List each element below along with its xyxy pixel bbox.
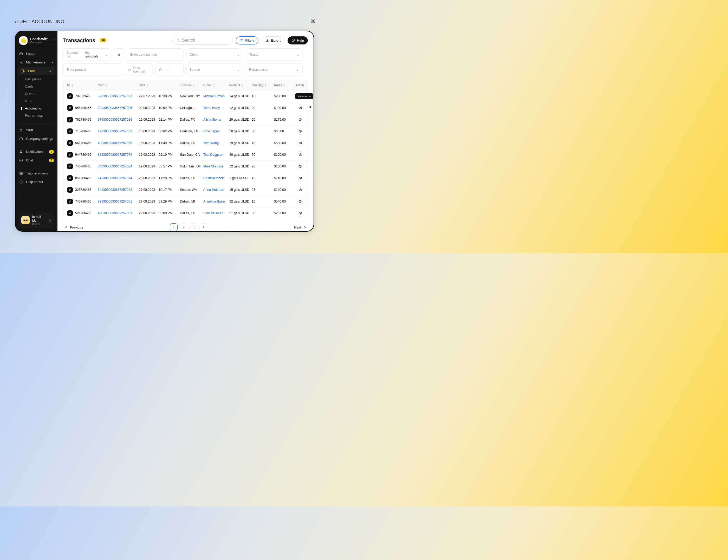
next-page-button[interactable]: Next <box>294 225 307 229</box>
source-select[interactable]: Source⌄ <box>186 63 243 76</box>
download-icon <box>117 53 121 56</box>
driver-link[interactable]: Tom Wang <box>203 141 219 145</box>
view-more-button[interactable] <box>297 116 304 123</box>
row-product: 30 gals ULSD <box>229 153 252 157</box>
box-icon <box>19 52 23 56</box>
card-link[interactable]: 8683050030667257074 <box>98 153 132 157</box>
subtotal-select[interactable]: Subtotal by: No subtotals ⌄ <box>63 48 111 61</box>
card-link[interactable]: 1483050030667257074 <box>98 176 132 180</box>
row-product: 15 gals ULSD <box>229 188 252 192</box>
help-button[interactable]: Help <box>288 36 308 44</box>
nav-tutorial-videos[interactable]: Tutorial videos <box>16 169 57 178</box>
download-button[interactable] <box>114 48 124 61</box>
subnav-cards[interactable]: Cards <box>16 83 57 90</box>
nav-stuff[interactable]: Stuff <box>16 126 57 134</box>
page-button[interactable]: 4 <box>199 223 207 231</box>
nav-company-settings[interactable]: Company settings <box>16 134 57 143</box>
sidebar-collapse-icon[interactable]: « <box>53 38 55 42</box>
driver-link[interactable]: Angelina Baker <box>203 200 225 203</box>
th-quantity[interactable]: Quantity▲▼ <box>252 83 274 87</box>
user-card[interactable]: 🕶️ Ismail M. Broker <box>19 212 54 228</box>
subnav-fuel-prices[interactable]: Fuel prices <box>16 76 57 83</box>
row-quantity: 40 <box>252 141 274 145</box>
placeholder-text: Rebates only <box>249 68 268 71</box>
card-link[interactable]: 4383050030667257059 <box>98 141 132 145</box>
export-button[interactable]: Export <box>262 36 285 44</box>
tractor-select[interactable]: Tractor⌄ <box>246 48 303 61</box>
nav-notification[interactable]: Notification 3 <box>16 147 57 156</box>
export-label: Export <box>271 38 281 42</box>
th-date[interactable]: Date▲▼ <box>139 83 180 87</box>
card-link[interactable]: 6483050030667257023 <box>98 188 132 192</box>
card-link[interactable]: 52830500306672570­53 <box>98 94 132 98</box>
svg-rect-0 <box>22 69 23 72</box>
row-id: 762780465 <box>75 118 92 121</box>
rebates-select[interactable]: Rebates only⌄ <box>246 63 303 76</box>
driver-link[interactable]: Sten Vaisman <box>203 211 223 215</box>
user-role: Broker <box>32 223 45 226</box>
driver-link[interactable]: Castella Yizek <box>203 176 224 180</box>
driver-link[interactable]: Teal Doggson <box>203 153 223 157</box>
page-button[interactable]: 1 <box>170 223 178 231</box>
product-input[interactable]: Enter product <box>63 63 122 76</box>
driver-link[interactable]: Alisia Sierra <box>203 118 221 121</box>
view-more-button[interactable] <box>297 140 304 146</box>
row-date: 02.08.2023 <box>139 106 155 110</box>
row-date: 16.08.2023 <box>139 153 155 157</box>
svg-point-16 <box>300 131 301 132</box>
view-more-button[interactable] <box>297 175 304 181</box>
card-number-input[interactable]: Enter card number <box>127 48 184 61</box>
view-more-button[interactable] <box>297 151 304 158</box>
nav-fuel[interactable]: Fuel ▲ <box>18 67 55 75</box>
hash-icon: # <box>67 128 73 134</box>
card-link[interactable]: 9783050030667257016 <box>98 118 132 121</box>
th-id[interactable]: ID▲▼ <box>67 83 98 87</box>
driver-link[interactable]: Mike Shinoda <box>203 165 223 168</box>
view-more-button[interactable] <box>297 163 304 170</box>
th-driver[interactable]: Driver▲▼ <box>203 83 229 87</box>
driver-link[interactable]: Michael Brown <box>203 94 225 98</box>
view-more-button[interactable] <box>297 210 304 217</box>
nav-label: Help center <box>26 180 43 184</box>
view-more-button[interactable] <box>297 186 304 193</box>
prev-page-button[interactable]: Previous <box>64 225 83 229</box>
card-link[interactable]: 8983050030667257001 <box>98 200 132 203</box>
search-icon <box>176 38 180 42</box>
time-input[interactable]: --:-- <box>155 63 184 76</box>
placeholder-text: Driver <box>190 53 198 56</box>
bell-icon <box>19 150 23 154</box>
nav-chat[interactable]: Chat 5 <box>16 156 57 165</box>
page-button[interactable]: 2 <box>180 223 187 231</box>
nav-maintenance[interactable]: Maintenance ▼ <box>16 58 57 67</box>
filters-button[interactable]: Filters <box>236 36 258 44</box>
card-link[interactable]: 5483050030667257034 <box>98 165 132 168</box>
view-more-button[interactable] <box>297 198 304 205</box>
logout-icon[interactable] <box>48 218 52 222</box>
date-input[interactable]: Data (central) <box>125 63 153 76</box>
subnav-ifta[interactable]: IFTA <box>16 97 57 105</box>
row-product: 12 gals ULSD <box>229 106 252 110</box>
card-link[interactable]: 1283050030667257053 <box>98 129 132 133</box>
row-id: 561780465 <box>75 141 92 145</box>
nav-help-center[interactable]: Help center <box>16 178 57 186</box>
main-header: Transactions 18 Search Filters Export He… <box>57 31 314 47</box>
search-input[interactable]: Search <box>172 36 233 45</box>
driver-link[interactable]: Cole Tapen <box>203 129 220 133</box>
driver-link[interactable]: Anna Hattman <box>203 188 224 192</box>
th-product[interactable]: Product▲▼ <box>229 83 252 87</box>
help-label: Help <box>297 38 304 42</box>
subnav-accounting[interactable]: Accounting <box>16 105 57 112</box>
driver-select[interactable]: Driver⌄ <box>186 48 243 61</box>
subnav-drivers[interactable]: Drivers <box>16 90 57 97</box>
view-more-button[interactable] <box>297 128 304 135</box>
subnav-fuel-settings[interactable]: Fuel settings <box>16 112 57 119</box>
th-retail[interactable]: Retail▲▼ <box>274 83 295 87</box>
th-location[interactable]: Location▲▼ <box>180 83 203 87</box>
view-more-button[interactable] <box>297 105 304 111</box>
page-button[interactable]: 3 <box>190 223 197 231</box>
driver-link[interactable]: Tom Lesley <box>203 106 220 110</box>
card-link[interactable]: 4283050030667257051 <box>98 211 132 215</box>
card-link[interactable]: 7083050030667257005 <box>98 106 132 110</box>
nav-loads[interactable]: Loads <box>16 49 57 58</box>
th-card[interactable]: Card▲▼ <box>98 83 139 87</box>
